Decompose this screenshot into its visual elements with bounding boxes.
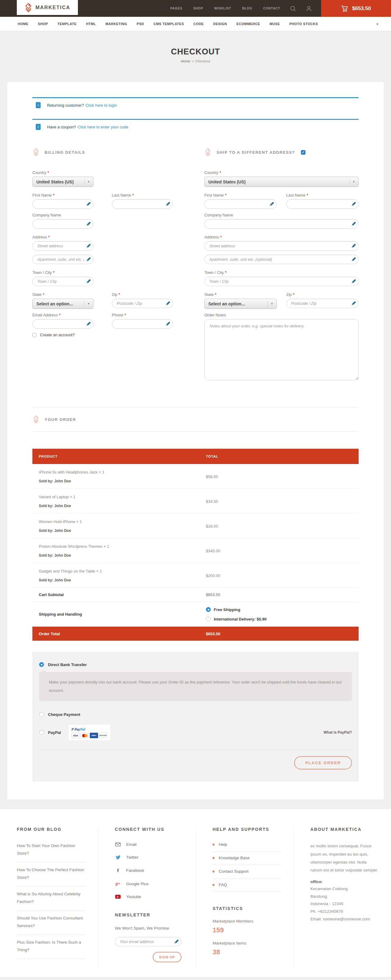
product-total: $200.00 — [206, 573, 359, 578]
dropdown-arrow-icon: ▾ — [268, 301, 273, 307]
create-account-checkbox[interactable] — [32, 333, 37, 337]
social-link-facebook[interactable]: f Facebook — [115, 868, 183, 873]
nav-item-cms-templates[interactable]: CMS TEMPLATES — [153, 22, 184, 25]
billing-last-name-input[interactable] — [112, 199, 173, 209]
login-link[interactable]: Click here to login — [86, 103, 117, 108]
nav-item-home[interactable]: HOME — [18, 22, 29, 25]
sign-up-button[interactable]: SIGN UP — [153, 952, 181, 962]
what-is-paypal-link[interactable]: What is PayPal? — [324, 730, 352, 735]
nav-item-design[interactable]: DESIGN — [213, 22, 227, 25]
blog-post-link[interactable]: Plus Size Fashion: Is There Such a Thing… — [17, 935, 86, 959]
free-shipping-radio[interactable] — [206, 607, 211, 612]
select-value: Select an option... — [37, 301, 73, 306]
bullet-icon — [213, 884, 215, 886]
ship-different-address-checkbox[interactable]: ✓ — [301, 150, 305, 155]
table-row: Women Hold iPhone × 1 Sold by: John Doe … — [32, 514, 359, 538]
social-link-youtube[interactable]: ▶ Youtube — [115, 894, 183, 899]
social-link-twitter[interactable]: Twitter — [115, 855, 183, 859]
notice-text: Returning customer? — [47, 103, 84, 108]
help-link[interactable]: Contact Support — [213, 865, 281, 878]
page-title: CHECKOUT — [0, 47, 391, 57]
billing-phone-input[interactable] — [112, 319, 173, 329]
shipping-town-input[interactable] — [204, 277, 359, 286]
nav-more-chevron-icon[interactable]: » — [375, 22, 380, 25]
nav-item-psd[interactable]: PSD — [137, 22, 144, 25]
billing-country-select[interactable]: United States (US) ▾ — [32, 177, 94, 187]
help-link[interactable]: FAQ — [213, 878, 281, 892]
required-mark: * — [48, 170, 49, 175]
cheque-payment-radio[interactable] — [39, 712, 44, 717]
billing-company-input[interactable] — [32, 219, 94, 229]
pen-icon — [351, 279, 356, 284]
paypal-radio[interactable] — [39, 730, 44, 735]
pen-icon — [86, 321, 91, 326]
pen-icon — [86, 222, 91, 226]
topnav-item-blog[interactable]: BLOG — [242, 7, 252, 10]
help-link[interactable]: Help — [213, 842, 281, 852]
nav-item-template[interactable]: TEMPLATE — [57, 22, 76, 25]
column-title: ABOUT MARKETICA — [310, 827, 379, 832]
search-icon[interactable] — [290, 5, 296, 12]
social-link-email[interactable]: Email — [115, 842, 183, 847]
column-title: NEWSLETTER — [115, 912, 183, 917]
shipping-street-input[interactable] — [204, 241, 359, 251]
shipping-last-name-input[interactable] — [286, 199, 359, 209]
billing-town-input[interactable] — [32, 277, 94, 286]
product-name[interactable]: Variant of Laptop × 1 — [39, 495, 206, 499]
billing-state-select[interactable]: Select an option... ▾ — [32, 299, 94, 309]
product-name[interactable]: Women Hold iPhone × 1 — [39, 519, 206, 524]
nav-item-html[interactable]: HTML — [86, 22, 96, 25]
bank-transfer-radio[interactable] — [39, 662, 44, 667]
shipping-country-select[interactable]: United States (US) ▾ — [204, 177, 359, 187]
product-name[interactable]: Proton Absolute Wordpress Themes × 1 — [39, 544, 206, 549]
cart-icon — [341, 5, 348, 12]
billing-apartment-input[interactable] — [32, 255, 94, 264]
place-order-button[interactable]: PLACE ORDER — [294, 756, 352, 769]
coupon-link[interactable]: Click here to enter your code — [78, 125, 128, 129]
method-label: PayPal — [48, 730, 61, 735]
billing-zip-input[interactable] — [112, 299, 173, 308]
billing-first-name-input[interactable] — [32, 199, 94, 209]
breadcrumb-home[interactable]: Home — [181, 59, 190, 63]
field-label: State — [32, 292, 41, 297]
nav-item-shop[interactable]: SHOP — [38, 22, 48, 25]
nav-item-marketing[interactable]: MARKETING — [105, 22, 127, 25]
blog-post-link[interactable]: How To Start Your Own Fashion Store? — [17, 842, 86, 862]
help-link[interactable]: Knowladge Base — [213, 852, 281, 865]
field-label: State — [204, 292, 213, 297]
blog-post-link[interactable]: How To Choose The Perfect Fashion Store? — [17, 862, 86, 886]
nav-item-muse[interactable]: MUSE — [269, 22, 280, 25]
topnav-item-contact[interactable]: CONTACT — [263, 7, 280, 10]
brand-logo[interactable]: MARKETICA — [17, 0, 78, 15]
shipping-zip-input[interactable] — [286, 299, 359, 308]
billing-street-input[interactable] — [32, 241, 94, 251]
pen-icon — [165, 321, 170, 326]
option-label: International Delivery: $5.90 — [214, 617, 267, 622]
product-name[interactable]: Gadget and Things on the Table × 1 — [39, 569, 206, 573]
topnav-item-wishlist[interactable]: WISHLIST — [214, 7, 231, 10]
topnav-item-pages[interactable]: PAGES — [170, 7, 182, 10]
international-delivery-radio[interactable] — [206, 617, 211, 622]
shipping-apartment-input[interactable] — [204, 255, 359, 264]
shipping-first-name-input[interactable] — [204, 199, 277, 209]
billing-town-field: Town / City* — [32, 270, 94, 286]
social-link-google-plus[interactable]: g+ Google Plus — [115, 881, 183, 886]
newsletter-email-input[interactable] — [115, 937, 181, 947]
billing-email-input[interactable] — [32, 319, 94, 329]
cart-button[interactable]: $653.50 — [321, 0, 391, 17]
product-seller: Sold by: John Doe — [39, 479, 206, 483]
shipping-company-input[interactable] — [204, 219, 359, 229]
column-title: FROM OUR BLOG — [17, 827, 86, 832]
shipping-state-select[interactable]: Select an option... ▾ — [204, 299, 277, 309]
main-navigation: HOME SHOP TEMPLATE HTML MARKETING PSD CM… — [0, 17, 391, 31]
nav-item-code[interactable]: CODE — [193, 22, 204, 25]
tag-stack-icon — [204, 148, 211, 156]
order-notes-textarea[interactable] — [204, 319, 359, 380]
product-name[interactable]: iPhone 5s with Headphones Jack × 1 — [39, 470, 206, 474]
blog-post-link[interactable]: Should You Use Fashion Consultant Servic… — [17, 911, 86, 935]
blog-post-link[interactable]: What is So Alluring About Celebrity Fash… — [17, 886, 86, 911]
nav-item-ecommerce[interactable]: ECOMMERCE — [237, 22, 260, 25]
nav-item-photo-stocks[interactable]: PHOTO STOCKS — [289, 22, 318, 25]
topnav-item-shop[interactable]: SHOP — [193, 7, 203, 10]
user-icon[interactable] — [306, 5, 312, 12]
